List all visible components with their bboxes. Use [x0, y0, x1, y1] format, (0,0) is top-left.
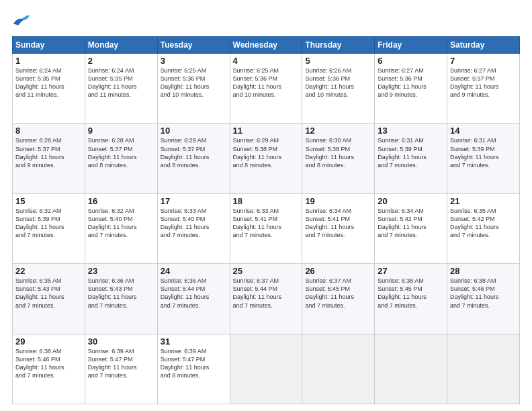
cell-info: Sunrise: 6:31 AM Sunset: 5:39 PM Dayligh…: [450, 136, 517, 169]
cell-info: Sunrise: 6:38 AM Sunset: 5:46 PM Dayligh…: [15, 347, 82, 380]
day-number: 1: [15, 56, 82, 66]
day-number: 5: [305, 56, 371, 66]
day-number: 10: [161, 126, 227, 136]
cell-info: Sunrise: 6:39 AM Sunset: 5:47 PM Dayligh…: [88, 347, 154, 380]
day-number: 22: [15, 266, 82, 276]
cell-info: Sunrise: 6:32 AM Sunset: 5:39 PM Dayligh…: [15, 207, 82, 240]
calendar-cell: 6Sunrise: 6:27 AM Sunset: 5:36 PM Daylig…: [375, 54, 447, 124]
day-header-sunday: Sunday: [13, 37, 85, 54]
cell-info: Sunrise: 6:28 AM Sunset: 5:37 PM Dayligh…: [88, 136, 154, 169]
calendar-cell: 8Sunrise: 6:28 AM Sunset: 5:37 PM Daylig…: [13, 124, 85, 193]
cell-info: Sunrise: 6:36 AM Sunset: 5:43 PM Dayligh…: [88, 277, 154, 310]
logo-bird-icon: [12, 12, 31, 30]
day-number: 26: [305, 266, 371, 276]
day-number: 30: [88, 336, 154, 347]
cell-info: Sunrise: 6:34 AM Sunset: 5:42 PM Dayligh…: [378, 207, 444, 240]
calendar-cell: [302, 334, 375, 404]
day-number: 27: [378, 266, 444, 276]
calendar-cell: 5Sunrise: 6:26 AM Sunset: 5:36 PM Daylig…: [302, 54, 375, 124]
calendar-cell: 26Sunrise: 6:37 AM Sunset: 5:45 PM Dayli…: [302, 264, 375, 334]
cell-info: Sunrise: 6:37 AM Sunset: 5:44 PM Dayligh…: [233, 277, 300, 310]
calendar-cell: 19Sunrise: 6:34 AM Sunset: 5:41 PM Dayli…: [302, 193, 375, 263]
calendar-cell: 28Sunrise: 6:38 AM Sunset: 5:46 PM Dayli…: [447, 264, 520, 334]
day-number: 17: [161, 196, 227, 206]
day-number: 8: [15, 126, 82, 136]
calendar-cell: [447, 334, 520, 404]
calendar-cell: 7Sunrise: 6:27 AM Sunset: 5:37 PM Daylig…: [447, 54, 520, 124]
cell-info: Sunrise: 6:38 AM Sunset: 5:46 PM Dayligh…: [450, 277, 517, 310]
calendar-cell: 17Sunrise: 6:33 AM Sunset: 5:40 PM Dayli…: [157, 193, 230, 263]
cell-info: Sunrise: 6:33 AM Sunset: 5:41 PM Dayligh…: [233, 207, 300, 240]
calendar-cell: 25Sunrise: 6:37 AM Sunset: 5:44 PM Dayli…: [230, 264, 302, 334]
calendar-cell: 18Sunrise: 6:33 AM Sunset: 5:41 PM Dayli…: [230, 193, 302, 263]
day-number: 6: [378, 56, 444, 66]
day-number: 11: [233, 126, 300, 136]
day-number: 23: [88, 266, 154, 276]
cell-info: Sunrise: 6:24 AM Sunset: 5:35 PM Dayligh…: [88, 66, 154, 99]
day-number: 2: [88, 56, 154, 66]
day-number: 4: [233, 56, 300, 66]
calendar-cell: 29Sunrise: 6:38 AM Sunset: 5:46 PM Dayli…: [13, 334, 85, 404]
cell-info: Sunrise: 6:31 AM Sunset: 5:39 PM Dayligh…: [378, 136, 444, 169]
calendar-cell: 21Sunrise: 6:35 AM Sunset: 5:42 PM Dayli…: [447, 193, 520, 263]
calendar-cell: [230, 334, 302, 404]
cell-info: Sunrise: 6:33 AM Sunset: 5:40 PM Dayligh…: [161, 207, 227, 240]
cell-info: Sunrise: 6:30 AM Sunset: 5:38 PM Dayligh…: [305, 136, 371, 169]
calendar-cell: 31Sunrise: 6:39 AM Sunset: 5:47 PM Dayli…: [157, 334, 230, 404]
day-number: 31: [161, 336, 227, 347]
calendar-cell: 22Sunrise: 6:35 AM Sunset: 5:43 PM Dayli…: [13, 264, 85, 334]
cell-info: Sunrise: 6:28 AM Sunset: 5:37 PM Dayligh…: [15, 136, 82, 169]
day-number: 24: [161, 266, 227, 276]
cell-info: Sunrise: 6:34 AM Sunset: 5:41 PM Dayligh…: [305, 207, 371, 240]
day-header-wednesday: Wednesday: [230, 37, 302, 54]
calendar-cell: 2Sunrise: 6:24 AM Sunset: 5:35 PM Daylig…: [85, 54, 157, 124]
calendar-cell: 13Sunrise: 6:31 AM Sunset: 5:39 PM Dayli…: [375, 124, 447, 193]
header: [12, 12, 520, 30]
calendar-cell: 16Sunrise: 6:32 AM Sunset: 5:40 PM Dayli…: [85, 193, 157, 263]
cell-info: Sunrise: 6:29 AM Sunset: 5:37 PM Dayligh…: [161, 136, 227, 169]
day-number: 12: [305, 126, 371, 136]
cell-info: Sunrise: 6:35 AM Sunset: 5:42 PM Dayligh…: [450, 207, 517, 240]
calendar-cell: 15Sunrise: 6:32 AM Sunset: 5:39 PM Dayli…: [13, 193, 85, 263]
cell-info: Sunrise: 6:26 AM Sunset: 5:36 PM Dayligh…: [305, 66, 371, 99]
day-header-thursday: Thursday: [302, 37, 375, 54]
calendar-cell: [375, 334, 447, 404]
cell-info: Sunrise: 6:25 AM Sunset: 5:36 PM Dayligh…: [161, 66, 227, 99]
cell-info: Sunrise: 6:36 AM Sunset: 5:44 PM Dayligh…: [161, 277, 227, 310]
cell-info: Sunrise: 6:32 AM Sunset: 5:40 PM Dayligh…: [88, 207, 154, 240]
day-number: 16: [88, 196, 154, 206]
cell-info: Sunrise: 6:24 AM Sunset: 5:35 PM Dayligh…: [15, 66, 82, 99]
calendar-cell: 11Sunrise: 6:29 AM Sunset: 5:38 PM Dayli…: [230, 124, 302, 193]
calendar-cell: 24Sunrise: 6:36 AM Sunset: 5:44 PM Dayli…: [157, 264, 230, 334]
logo: [12, 12, 32, 30]
day-header-monday: Monday: [85, 37, 157, 54]
day-number: 7: [450, 56, 517, 66]
day-number: 25: [233, 266, 300, 276]
cell-info: Sunrise: 6:39 AM Sunset: 5:47 PM Dayligh…: [161, 347, 227, 380]
calendar-cell: 12Sunrise: 6:30 AM Sunset: 5:38 PM Dayli…: [302, 124, 375, 193]
day-number: 28: [450, 266, 517, 276]
calendar-cell: 30Sunrise: 6:39 AM Sunset: 5:47 PM Dayli…: [85, 334, 157, 404]
cell-info: Sunrise: 6:27 AM Sunset: 5:36 PM Dayligh…: [378, 66, 444, 99]
calendar-table: SundayMondayTuesdayWednesdayThursdayFrid…: [12, 36, 520, 404]
day-number: 14: [450, 126, 517, 136]
cell-info: Sunrise: 6:27 AM Sunset: 5:37 PM Dayligh…: [450, 66, 517, 99]
calendar-cell: 10Sunrise: 6:29 AM Sunset: 5:37 PM Dayli…: [157, 124, 230, 193]
calendar-cell: 27Sunrise: 6:38 AM Sunset: 5:45 PM Dayli…: [375, 264, 447, 334]
cell-info: Sunrise: 6:35 AM Sunset: 5:43 PM Dayligh…: [15, 277, 82, 310]
calendar-cell: 4Sunrise: 6:25 AM Sunset: 5:36 PM Daylig…: [230, 54, 302, 124]
cell-info: Sunrise: 6:29 AM Sunset: 5:38 PM Dayligh…: [233, 136, 300, 169]
day-number: 13: [378, 126, 444, 136]
day-number: 15: [15, 196, 82, 206]
cell-info: Sunrise: 6:38 AM Sunset: 5:45 PM Dayligh…: [378, 277, 444, 310]
day-header-friday: Friday: [375, 37, 447, 54]
calendar-cell: 23Sunrise: 6:36 AM Sunset: 5:43 PM Dayli…: [85, 264, 157, 334]
calendar-cell: 20Sunrise: 6:34 AM Sunset: 5:42 PM Dayli…: [375, 193, 447, 263]
day-header-saturday: Saturday: [447, 37, 520, 54]
calendar-cell: 9Sunrise: 6:28 AM Sunset: 5:37 PM Daylig…: [85, 124, 157, 193]
calendar-cell: 1Sunrise: 6:24 AM Sunset: 5:35 PM Daylig…: [13, 54, 85, 124]
day-number: 18: [233, 196, 300, 206]
day-number: 20: [378, 196, 444, 206]
calendar-cell: 14Sunrise: 6:31 AM Sunset: 5:39 PM Dayli…: [447, 124, 520, 193]
day-number: 29: [15, 336, 82, 347]
